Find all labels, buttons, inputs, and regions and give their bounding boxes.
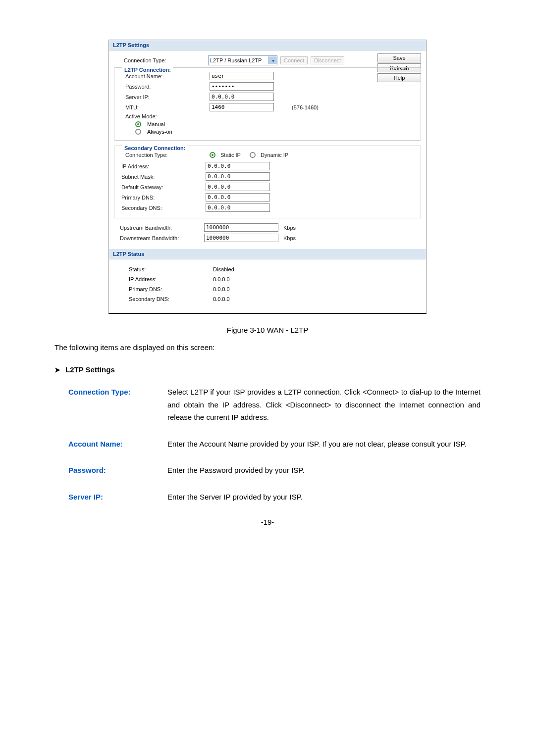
subnet-mask-label: Subnet Mask: [115,174,206,180]
downstream-bw-label: Downstream Bandwidth: [114,235,204,241]
desc-server-ip-text: Enter the Server IP provided by your ISP… [167,491,481,504]
default-gateway-input[interactable] [206,183,270,191]
upstream-bw-unit: Kbps [283,225,296,231]
ip-address-label: IP Address: [115,163,206,169]
desc-account-name-label: Account Name: [68,438,167,451]
arrow-bullet-icon: ➤ [54,366,60,374]
password-input[interactable] [210,82,274,91]
default-gateway-label: Default Gateway: [115,184,206,190]
desc-server-ip-label: Server IP: [68,491,167,504]
save-button[interactable]: Save [377,53,421,62]
connection-type-value: L2TP / Russian L2TP [210,57,262,63]
primary-dns-input[interactable] [206,193,270,202]
status-ip-value: 0.0.0.0 [213,276,230,282]
status-label: Status: [114,266,213,272]
ip-address-input[interactable] [206,162,270,170]
active-mode-manual-option[interactable]: Manual [115,121,420,127]
status-sdns-value: 0.0.0.0 [213,296,230,302]
secondary-dns-label: Secondary DNS: [115,205,206,211]
figure-caption: Figure 3-10 WAN - L2TP [54,326,481,334]
chevron-down-icon: ▾ [268,56,277,64]
l2tp-connection-title: L2TP Connection: [122,67,173,73]
router-config-panel: L2TP Settings Save Refresh Help Connecti… [108,40,427,314]
connection-type-select[interactable]: L2TP / Russian L2TP ▾ [208,55,277,65]
server-ip-label: Server IP: [115,94,210,100]
downstream-bw-input[interactable] [204,234,278,242]
mtu-input[interactable] [210,103,274,111]
downstream-bw-unit: Kbps [283,235,296,241]
desc-password-label: Password: [68,464,167,477]
dynamic-ip-label: Dynamic IP [261,152,288,158]
server-ip-input[interactable] [210,93,274,101]
desc-password-text: Enter the Password provided by your ISP. [167,464,481,477]
connect-button[interactable]: Connect [280,56,308,64]
active-mode-always-label: Always-on [147,129,172,135]
settings-section-header: L2TP Settings [109,40,426,50]
desc-account-name-text: Enter the Account Name provided by your … [167,438,481,451]
mtu-hint: (576-1460) [292,104,319,110]
active-mode-always-option[interactable]: Always-on [115,129,420,135]
status-sdns-label: Secondary DNS: [114,296,213,302]
active-mode-manual-label: Manual [147,121,165,127]
bullet-heading: L2TP Settings [65,365,115,374]
radio-icon[interactable] [210,152,215,158]
secondary-connection-title: Secondary Connection: [122,145,187,151]
page-number: -19- [54,518,481,526]
intro-text: The following items are displayed on thi… [54,343,481,352]
account-name-input[interactable] [210,72,274,80]
radio-icon [135,121,141,127]
upstream-bw-label: Upstream Bandwidth: [114,225,204,231]
secondary-connection-fieldset: Secondary Connection: Connection Type: S… [114,146,421,218]
account-name-label: Account Name: [115,73,210,79]
status-value: Disabled [213,266,234,272]
secondary-dns-input[interactable] [206,203,270,212]
status-ip-label: IP Address: [114,276,213,282]
radio-icon[interactable] [250,152,256,158]
connection-type-label: Connection Type: [114,57,208,63]
status-pdns-label: Primary DNS: [114,286,213,292]
secondary-conn-type-label: Connection Type: [115,152,210,158]
status-section-header: L2TP Status [109,249,426,259]
disconnect-button[interactable]: Disconnect [311,56,344,64]
desc-connection-type-text: Select L2TP if your ISP provides a L2TP … [167,386,481,424]
upstream-bw-input[interactable] [204,223,278,232]
active-mode-label: Active Mode: [115,113,210,119]
mtu-label: MTU: [115,104,210,110]
static-ip-label: Static IP [220,152,241,158]
subnet-mask-input[interactable] [206,172,270,181]
l2tp-connection-fieldset: L2TP Connection: Account Name: Password:… [114,67,421,141]
primary-dns-label: Primary DNS: [115,195,206,201]
status-pdns-value: 0.0.0.0 [213,286,230,292]
radio-icon [135,129,141,135]
desc-connection-type-label: Connection Type: [68,386,167,424]
password-label: Password: [115,84,210,90]
